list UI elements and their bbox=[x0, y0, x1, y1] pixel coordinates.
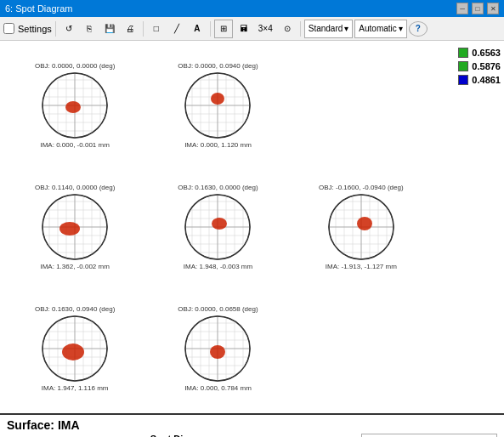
spot-cell-7: OBJ: 0.1630, 0.0940 (deg)IMA: 1.947, 1.1… bbox=[3, 288, 146, 410]
refresh-button[interactable]: ↺ bbox=[59, 20, 78, 38]
spot-container-1 bbox=[41, 71, 109, 139]
title-bar: 6: Spot Diagram ─ □ ✕ bbox=[0, 0, 504, 17]
spot-label-top-7: OBJ: 0.1630, 0.0940 (deg) bbox=[35, 305, 115, 313]
bullet-button[interactable]: ⊙ bbox=[278, 20, 297, 38]
copy-button[interactable]: ⎘ bbox=[80, 20, 99, 38]
data-section: Spot Diagram 1/16/2022 Airy Radius: 8.91… bbox=[7, 434, 497, 437]
window-controls: ─ □ ✕ bbox=[456, 3, 499, 14]
svg-point-38 bbox=[211, 93, 224, 105]
diagram-area: OBJ: 0.0000, 0.0000 (deg)IMA: 0.000, -0.… bbox=[0, 41, 436, 413]
main-content: OBJ: 0.0000, 0.0000 (deg)IMA: 0.000, -0.… bbox=[0, 41, 504, 413]
size-button[interactable]: 3×4 bbox=[255, 20, 276, 38]
spot-label-top-6: OBJ: -0.1600, -0.0940 (deg) bbox=[319, 184, 404, 191]
settings-label[interactable]: Settings bbox=[18, 24, 52, 34]
toolbar-sep-1 bbox=[55, 21, 56, 37]
minimize-button[interactable]: ─ bbox=[456, 3, 468, 14]
help-button[interactable]: ? bbox=[409, 21, 428, 37]
spot-label-bottom-5: IMA: 1.948, -0.003 mm bbox=[184, 263, 252, 270]
spot-label-bottom-6: IMA: -1.913, -1.127 mm bbox=[326, 263, 397, 270]
zemax-info: Zemax Zemax OpticStudio 21.2.2 CubeSat_D… bbox=[361, 434, 497, 437]
automatic-chevron: ▾ bbox=[399, 24, 403, 33]
spot-container-8 bbox=[184, 315, 252, 383]
print-button[interactable]: 🖨 bbox=[121, 20, 139, 38]
spot-cell-4: OBJ: 0.1140, 0.0000 (deg)IMA: 1.362, -0.… bbox=[3, 166, 146, 287]
standard-dropdown[interactable]: Standard ▾ bbox=[304, 20, 354, 38]
svg-point-118 bbox=[62, 343, 84, 360]
spot-cell-6: OBJ: -0.1600, -0.0940 (deg)IMA: -1.913, … bbox=[290, 166, 433, 287]
line-tool-button[interactable]: ╱ bbox=[167, 20, 186, 38]
spot-label-top-8: OBJ: 0.0000, 0.0658 (deg) bbox=[178, 305, 258, 313]
diagram-title: Spot Diagram bbox=[7, 434, 354, 437]
spot-container-7 bbox=[41, 315, 109, 383]
rect-tool-button[interactable]: □ bbox=[147, 20, 166, 38]
spot-cell-1: OBJ: 0.0000, 0.0000 (deg)IMA: 0.000, -0.… bbox=[3, 44, 146, 166]
maximize-button[interactable]: □ bbox=[472, 3, 484, 14]
legend-panel: 0.6563 0.5876 0.4861 bbox=[436, 41, 504, 413]
legend-box-2 bbox=[458, 61, 468, 71]
window-title: 6: Spot Diagram bbox=[5, 3, 72, 14]
spot-container-6 bbox=[327, 193, 395, 261]
legend-box-1 bbox=[458, 48, 468, 58]
spot-cell-3 bbox=[290, 44, 433, 166]
spot-label-bottom-4: IMA: 1.362, -0.002 mm bbox=[40, 263, 109, 270]
standard-label: Standard bbox=[309, 24, 343, 33]
spot-cell-5: OBJ: 0.1630, 0.0000 (deg)IMA: 1.948, -0.… bbox=[146, 166, 289, 287]
svg-point-58 bbox=[59, 222, 80, 236]
spot-container-5 bbox=[184, 193, 252, 261]
close-button[interactable]: ✕ bbox=[487, 3, 499, 14]
legend-item-2: 0.5876 bbox=[458, 61, 501, 71]
svg-point-18 bbox=[65, 101, 81, 113]
toolbar: Settings ↺ ⎘ 💾 🖨 □ ╱ A ⊞ 🖬 3×4 ⊙ Standar… bbox=[0, 17, 504, 41]
svg-point-78 bbox=[212, 218, 227, 230]
spot-label-bottom-7: IMA: 1.947, 1.116 mm bbox=[42, 384, 109, 392]
spot-label-top-4: OBJ: 0.1140, 0.0000 (deg) bbox=[35, 184, 115, 191]
legend-value-3: 0.4861 bbox=[472, 75, 501, 85]
text-tool-button[interactable]: A bbox=[188, 20, 207, 38]
save-button[interactable]: 💾 bbox=[100, 20, 119, 38]
toolbar-sep-2 bbox=[143, 21, 144, 37]
bottom-panel: Surface: IMA Spot Diagram 1/16/2022 Airy… bbox=[0, 413, 504, 437]
spot-label-top-2: OBJ: 0.0000, 0.0940 (deg) bbox=[178, 62, 258, 70]
grid-icon-button[interactable]: ⊞ bbox=[214, 20, 233, 38]
toolbar-sep-4 bbox=[300, 21, 301, 37]
standard-chevron: ▾ bbox=[344, 24, 348, 33]
automatic-label: Automatic bbox=[359, 24, 396, 33]
spot-label-bottom-2: IMA: 0.000, 1.120 mm bbox=[184, 141, 252, 149]
legend-value-2: 0.5876 bbox=[472, 61, 501, 71]
data-table-area: Spot Diagram 1/16/2022 Airy Radius: 8.91… bbox=[7, 434, 354, 437]
svg-point-138 bbox=[210, 345, 225, 359]
spot-label-bottom-8: IMA: 0.000, 0.784 mm bbox=[184, 384, 252, 392]
spot-cell-8: OBJ: 0.0000, 0.0658 (deg)IMA: 0.000, 0.7… bbox=[146, 288, 289, 410]
svg-point-98 bbox=[357, 217, 372, 230]
automatic-dropdown[interactable]: Automatic ▾ bbox=[354, 20, 406, 38]
export-button[interactable]: 🖬 bbox=[235, 20, 253, 38]
spot-label-bottom-1: IMA: 0.000, -0.001 mm bbox=[40, 141, 109, 149]
spot-container-2 bbox=[184, 71, 252, 139]
legend-item-3: 0.4861 bbox=[458, 75, 501, 85]
legend-box-3 bbox=[458, 75, 468, 85]
spot-container-4 bbox=[41, 193, 109, 261]
legend-value-1: 0.6563 bbox=[472, 48, 501, 58]
spot-label-top-1: OBJ: 0.0000, 0.0000 (deg) bbox=[35, 62, 115, 70]
settings-checkbox[interactable] bbox=[3, 23, 14, 34]
spot-cell-2: OBJ: 0.0000, 0.0940 (deg)IMA: 0.000, 1.1… bbox=[146, 44, 289, 166]
spots-grid: OBJ: 0.0000, 0.0000 (deg)IMA: 0.000, -0.… bbox=[0, 41, 436, 413]
spot-cell-9 bbox=[290, 288, 433, 410]
spot-label-top-5: OBJ: 0.1630, 0.0000 (deg) bbox=[178, 184, 258, 191]
legend-item-1: 0.6563 bbox=[458, 48, 501, 58]
toolbar-sep-3 bbox=[210, 21, 211, 37]
surface-title: Surface: IMA bbox=[7, 418, 497, 432]
